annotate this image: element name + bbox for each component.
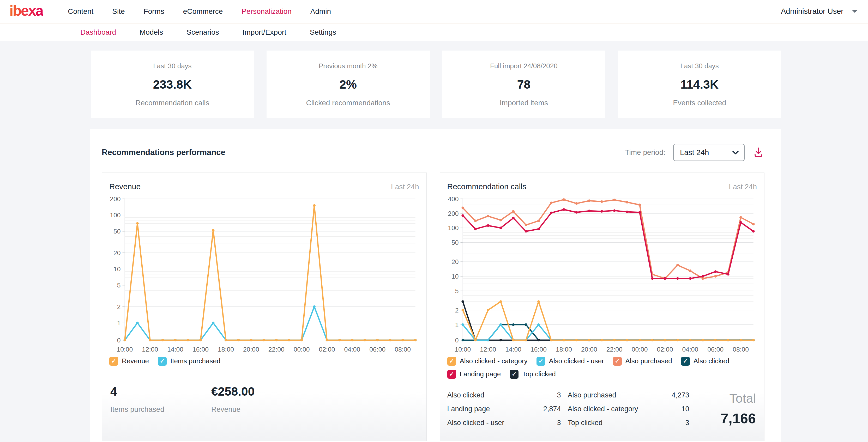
download-icon[interactable] <box>752 146 765 159</box>
nav-item-content[interactable]: Content <box>68 7 93 15</box>
checkbox-checked-icon[interactable]: ✓ <box>447 357 456 366</box>
stat-card-clicked-recommendations: Previous month 2%2%Clicked recommendatio… <box>267 50 430 118</box>
content: Last 30 days233.8KRecommendation callsPr… <box>0 41 868 442</box>
svg-text:02:00: 02:00 <box>657 346 673 353</box>
svg-text:5: 5 <box>117 282 121 289</box>
revenue-chart-card: Revenue Last 24h 200100502010521010:0012… <box>102 173 427 441</box>
subnav-item-import-export[interactable]: Import/Export <box>243 28 286 36</box>
nav-item-site[interactable]: Site <box>112 7 125 15</box>
nav-item-personalization[interactable]: Personalization <box>242 7 291 15</box>
chart-header: Recommendation calls Last 24h <box>447 182 757 191</box>
svg-text:18:00: 18:00 <box>218 346 234 353</box>
checkbox-checked-icon[interactable]: ✓ <box>447 370 456 379</box>
chevron-down-icon <box>851 9 858 13</box>
subnav-item-models[interactable]: Models <box>140 28 163 36</box>
legend-item-revenue[interactable]: ✓Revenue <box>109 357 149 366</box>
svg-text:04:00: 04:00 <box>682 346 698 353</box>
time-period-select[interactable]: Last 24h <box>673 144 745 161</box>
svg-text:16:00: 16:00 <box>192 346 209 353</box>
total-block: Total 7,166 <box>721 391 757 427</box>
charts-row: Revenue Last 24h 200100502010521010:0012… <box>102 173 765 441</box>
svg-text:20: 20 <box>114 249 121 257</box>
checkbox-checked-icon[interactable]: ✓ <box>509 370 519 379</box>
svg-text:100: 100 <box>448 225 459 231</box>
time-period-label: Time period: <box>625 148 665 157</box>
checkbox-checked-icon[interactable]: ✓ <box>158 357 167 366</box>
revenue-legend: ✓Revenue✓Items purchased <box>109 357 419 366</box>
calls-chart-card: Recommendation calls Last 24h 4002001005… <box>440 173 765 441</box>
svg-text:2: 2 <box>117 303 121 310</box>
legend-label: Also clicked <box>693 357 729 365</box>
legend-item-also-purchased[interactable]: ✓Also purchased <box>613 357 672 366</box>
total-cell-label: Top clicked <box>568 419 659 427</box>
stat-card-caption: Last 30 days <box>153 62 191 70</box>
legend-item-also-clicked[interactable]: ✓Also clicked <box>681 357 729 366</box>
items-purchased-stat: 4 Items purchased <box>110 384 164 414</box>
legend-item-landing-page[interactable]: ✓Landing page <box>447 370 501 379</box>
svg-text:400: 400 <box>448 196 459 203</box>
topbar: ibexa ContentSiteFormseCommercePersonali… <box>0 0 868 24</box>
stat-label: Revenue <box>211 405 254 414</box>
checkbox-checked-icon[interactable]: ✓ <box>681 357 690 366</box>
svg-text:00:00: 00:00 <box>294 346 310 353</box>
legend-label: Also purchased <box>625 357 672 365</box>
stat-card-caption: Full import 24/08/2020 <box>490 62 558 70</box>
calls-line-chart: 400200100502010521010:0012:0014:0016:001… <box>447 195 757 355</box>
svg-text:10:00: 10:00 <box>117 346 133 353</box>
total-cell-value: 3 <box>666 419 689 427</box>
panel-title: Recommendations performance <box>102 148 225 157</box>
stat-value: 4 <box>110 384 164 399</box>
chart-period: Last 24h <box>391 183 419 191</box>
subnav-item-dashboard[interactable]: Dashboard <box>80 28 116 36</box>
nav-item-forms[interactable]: Forms <box>144 7 164 15</box>
svg-text:50: 50 <box>452 239 459 246</box>
chart-title: Revenue <box>109 182 141 191</box>
svg-text:10: 10 <box>114 266 121 273</box>
svg-text:16:00: 16:00 <box>530 346 547 353</box>
svg-text:5: 5 <box>455 287 459 295</box>
calls-totals-table: Also clicked3Also purchased4,273Landing … <box>447 391 689 427</box>
time-period-value: Last 24h <box>680 148 709 157</box>
chart-title: Recommendation calls <box>447 182 526 191</box>
stat-card-label: Events collected <box>673 99 726 107</box>
subnav-item-settings[interactable]: Settings <box>310 28 336 36</box>
legend-item-also-clicked-user[interactable]: ✓Also clicked - user <box>536 357 604 366</box>
svg-text:0: 0 <box>455 337 459 344</box>
svg-text:06:00: 06:00 <box>707 346 723 353</box>
checkbox-checked-icon[interactable]: ✓ <box>109 357 118 366</box>
svg-text:20:00: 20:00 <box>243 346 259 353</box>
checkbox-checked-icon[interactable]: ✓ <box>536 357 546 366</box>
nav-item-ecommerce[interactable]: eCommerce <box>183 7 223 15</box>
checkbox-checked-icon[interactable]: ✓ <box>613 357 622 366</box>
performance-panel: Recommendations performance Time period:… <box>90 129 781 442</box>
revenue-summary: 4 Items purchased €258.00 Revenue <box>109 384 419 414</box>
total-cell-value: 2,874 <box>532 405 561 413</box>
sub-nav: DashboardModelsScenariosImport/ExportSet… <box>0 24 868 41</box>
legend-item-also-clicked-category[interactable]: ✓Also clicked - category <box>447 357 528 366</box>
legend-label: Landing page <box>460 370 501 378</box>
svg-text:50: 50 <box>114 228 121 235</box>
svg-text:12:00: 12:00 <box>480 346 496 353</box>
svg-text:200: 200 <box>110 196 121 203</box>
nav-item-admin[interactable]: Admin <box>310 7 331 15</box>
total-cell-value: 10 <box>666 405 689 413</box>
svg-text:0: 0 <box>117 337 121 344</box>
stat-card-value: 114.3K <box>680 77 718 92</box>
svg-text:06:00: 06:00 <box>369 346 385 353</box>
total-cell-label: Also purchased <box>568 391 659 399</box>
user-menu[interactable]: Administrator User <box>781 7 860 15</box>
ibexa-logo[interactable]: ibexa <box>9 3 43 18</box>
page: { "header": { "logo": "ibexa", "nav": ["… <box>0 0 868 442</box>
total-label: Total <box>721 391 756 406</box>
stat-card-value: 233.8K <box>153 77 192 92</box>
subnav-item-scenarios[interactable]: Scenarios <box>186 28 219 36</box>
svg-text:22:00: 22:00 <box>268 346 284 353</box>
total-cell-value: 4,273 <box>666 391 689 399</box>
stat-card-value: 2% <box>339 77 356 92</box>
svg-text:14:00: 14:00 <box>505 346 521 353</box>
chart-period: Last 24h <box>729 183 757 191</box>
legend-label: Revenue <box>122 357 149 365</box>
legend-item-items-purchased[interactable]: ✓Items purchased <box>158 357 220 366</box>
legend-item-top-clicked[interactable]: ✓Top clicked <box>509 370 556 379</box>
svg-text:20: 20 <box>452 258 459 265</box>
